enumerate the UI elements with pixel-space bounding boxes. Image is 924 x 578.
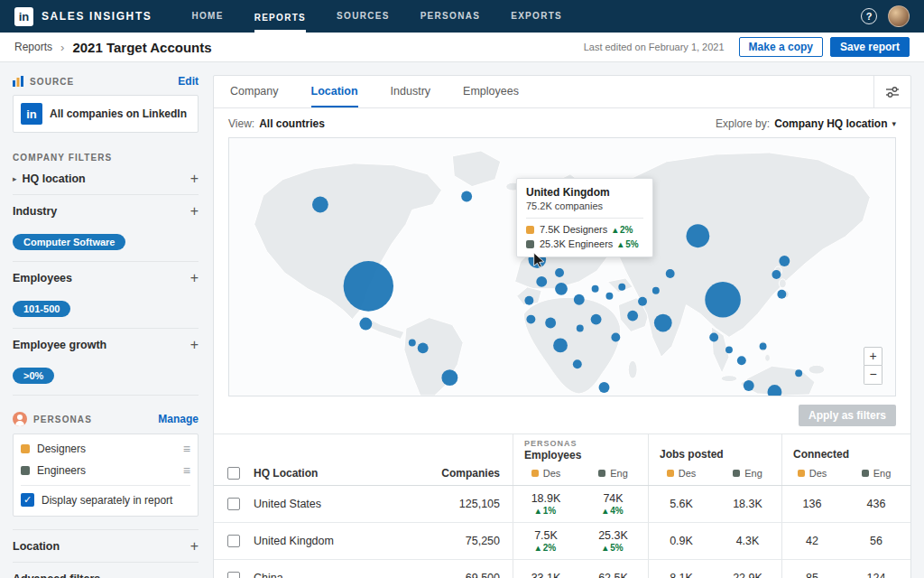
- help-icon[interactable]: ?: [861, 8, 877, 24]
- nav-reports[interactable]: REPORTS: [254, 0, 306, 33]
- row-checkbox[interactable]: [227, 535, 240, 547]
- map-bubble[interactable]: [779, 256, 790, 266]
- map-bubble[interactable]: [709, 332, 718, 341]
- add-hq-filter-button[interactable]: +: [190, 171, 199, 187]
- map-bubble[interactable]: [441, 369, 457, 386]
- map-bubble[interactable]: [760, 342, 767, 350]
- display-separately-option[interactable]: ✓ Display separately in report: [21, 485, 190, 512]
- filter-hq-location[interactable]: ▸ HQ location +: [13, 163, 199, 195]
- linkedin-source-icon: in: [21, 103, 42, 125]
- growth-pill[interactable]: >0%: [13, 368, 54, 384]
- map-bubble[interactable]: [737, 356, 746, 365]
- nav-home[interactable]: HOME: [191, 0, 223, 33]
- map-bubble[interactable]: [611, 332, 620, 341]
- map-bubble[interactable]: [599, 382, 610, 393]
- tab-company[interactable]: Company: [230, 76, 279, 107]
- manage-personas-link[interactable]: Manage: [158, 413, 199, 425]
- map-bubble[interactable]: [536, 276, 547, 287]
- designers-color-swatch: [531, 470, 539, 477]
- report-card: Company Location Industry Employees View…: [213, 75, 911, 578]
- map-bubble[interactable]: [461, 191, 472, 202]
- nav-sources[interactable]: SOURCES: [337, 0, 390, 33]
- map-bubble[interactable]: [777, 290, 786, 299]
- jobs-eng-cell: 18.3K: [714, 486, 782, 523]
- map-bubble[interactable]: [795, 369, 802, 377]
- map-bubble[interactable]: [687, 224, 710, 247]
- map-bubble[interactable]: [574, 294, 585, 305]
- source-card[interactable]: in All companies on LinkedIn: [13, 95, 199, 133]
- filter-location[interactable]: Location +: [13, 530, 199, 563]
- map-bubble[interactable]: [526, 315, 535, 324]
- tab-location[interactable]: Location: [311, 76, 358, 107]
- apply-as-filters-button[interactable]: Apply as filters: [799, 405, 896, 426]
- filter-employees[interactable]: Employees +: [13, 262, 199, 294]
- map-bubble[interactable]: [524, 296, 533, 305]
- map-bubble[interactable]: [666, 269, 675, 278]
- industry-pill[interactable]: Computer Software: [13, 234, 125, 250]
- connected-des-cell: 85: [782, 560, 842, 578]
- linkedin-logo-icon[interactable]: in: [14, 7, 33, 26]
- linkedin-glyph: in: [26, 107, 37, 121]
- map-bubble[interactable]: [418, 342, 429, 353]
- engineers-color-swatch: [526, 240, 534, 248]
- map-bubble[interactable]: [591, 314, 602, 325]
- map-bubble[interactable]: [725, 346, 733, 353]
- change: ▴ 5%: [603, 543, 623, 553]
- map-bubble[interactable]: [359, 318, 372, 331]
- map-bubble[interactable]: [772, 270, 781, 279]
- map-bubble[interactable]: [592, 285, 599, 293]
- nav-exports[interactable]: EXPORTS: [511, 0, 562, 33]
- map-bubble[interactable]: [573, 359, 582, 368]
- zoom-out-button[interactable]: −: [864, 366, 882, 385]
- map-bubble[interactable]: [605, 293, 613, 300]
- tab-employees[interactable]: Employees: [463, 76, 519, 107]
- breadcrumb[interactable]: Reports: [14, 41, 52, 53]
- avatar[interactable]: [888, 5, 910, 27]
- tab-industry[interactable]: Industry: [391, 76, 430, 107]
- map-bubble[interactable]: [652, 287, 660, 294]
- map-bubble[interactable]: [638, 297, 647, 306]
- zoom-in-button[interactable]: +: [864, 347, 882, 366]
- map-bubble[interactable]: [312, 197, 328, 213]
- view-label: View:: [228, 117, 254, 130]
- map-bubble[interactable]: [555, 283, 568, 295]
- drag-handle-icon[interactable]: ≡: [183, 463, 190, 478]
- map-bubble[interactable]: [654, 314, 672, 332]
- add-employees-filter-button[interactable]: +: [190, 270, 199, 286]
- advanced-filters[interactable]: Advanced filters →: [13, 563, 199, 578]
- engineers-color-swatch: [733, 470, 740, 477]
- view-selector[interactable]: All countries: [259, 117, 325, 130]
- map-bubble[interactable]: [344, 261, 393, 312]
- drag-handle-icon[interactable]: ≡: [183, 442, 190, 456]
- filter-industry[interactable]: Industry +: [13, 195, 199, 228]
- make-a-copy-button[interactable]: Make a copy: [739, 37, 823, 57]
- map-bubble[interactable]: [744, 380, 754, 391]
- map-bubble[interactable]: [577, 325, 584, 332]
- explore-by-control[interactable]: Explore by: Company HQ location ▾: [716, 117, 896, 130]
- chevron-right-icon: ›: [60, 41, 64, 54]
- map-bubble[interactable]: [555, 268, 564, 277]
- connected-group-header: Connected: [782, 434, 910, 461]
- save-report-button[interactable]: Save report: [830, 37, 910, 57]
- change: ▴ 4%: [603, 506, 623, 516]
- row-checkbox[interactable]: [227, 572, 240, 578]
- row-checkbox[interactable]: [227, 498, 240, 510]
- checked-checkbox[interactable]: ✓: [21, 493, 34, 507]
- filter-employee-growth[interactable]: Employee growth +: [13, 329, 199, 361]
- add-growth-filter-button[interactable]: +: [190, 337, 199, 353]
- employees-pill[interactable]: 101-500: [13, 301, 70, 317]
- des-label: Des: [809, 468, 827, 479]
- select-all-checkbox[interactable]: [227, 467, 240, 480]
- world-bubble-map[interactable]: United Kingdom 75.2K companies 7.5K Desi…: [228, 137, 896, 396]
- map-bubble[interactable]: [618, 284, 625, 291]
- edit-source-link[interactable]: Edit: [178, 75, 199, 88]
- map-bubble[interactable]: [627, 311, 638, 322]
- nav-personas[interactable]: PERSONAS: [420, 0, 481, 33]
- map-bubble[interactable]: [553, 338, 568, 352]
- add-location-filter-button[interactable]: +: [190, 538, 199, 555]
- map-bubble[interactable]: [705, 282, 741, 318]
- map-bubble[interactable]: [409, 339, 416, 346]
- add-industry-filter-button[interactable]: +: [190, 203, 199, 219]
- map-bubble[interactable]: [545, 318, 556, 329]
- table-settings-button[interactable]: [874, 76, 910, 107]
